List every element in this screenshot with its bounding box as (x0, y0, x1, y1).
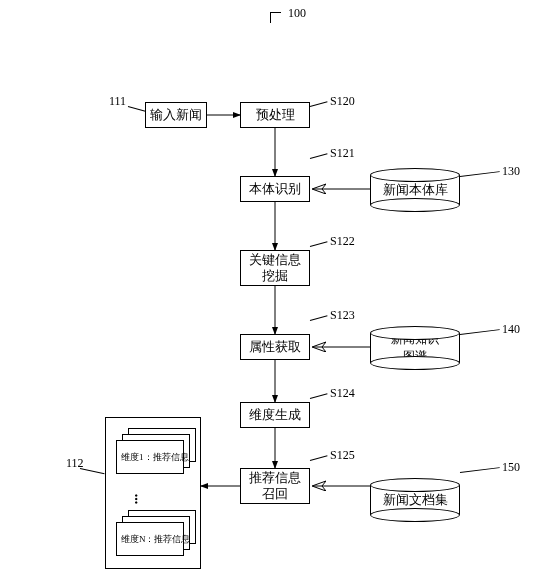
ref-label-100: 100 (288, 6, 306, 21)
ref-label-150: 150 (502, 460, 520, 475)
ref-label-140: 140 (502, 322, 520, 337)
box-attr-get: 属性获取 (240, 334, 310, 360)
ref-label-111: 111 (109, 94, 126, 109)
box-entity-rec: 本体识别 (240, 176, 310, 202)
ref-label-130: 130 (502, 164, 520, 179)
leader-s122 (310, 241, 328, 247)
leader-111 (128, 106, 146, 112)
ref-label-S122: S122 (330, 234, 355, 249)
leader-140 (460, 329, 500, 335)
output-dim1: 维度1：推荐信息 (116, 440, 184, 474)
corner-bracket (270, 12, 281, 23)
ref-label-S124: S124 (330, 386, 355, 401)
output-ellipsis: ... (131, 494, 147, 505)
output-dimN: 维度N：推荐信息 (116, 522, 184, 556)
box-rec-recall: 推荐信息 召回 (240, 468, 310, 504)
cylinder-130: 新闻本体库 (370, 168, 460, 212)
leader-s120 (310, 101, 328, 107)
cylinder-150: 新闻文档集 (370, 478, 460, 522)
flowchart-canvas: 100 111 输入新闻 预处理 S120 本体识别 S121 新闻本体库 13… (0, 0, 539, 575)
leader-130 (460, 171, 500, 177)
ref-label-S121: S121 (330, 146, 355, 161)
leader-150 (460, 467, 500, 473)
ref-label-S123: S123 (330, 308, 355, 323)
ref-label-S120: S120 (330, 94, 355, 109)
box-dim-gen: 维度生成 (240, 402, 310, 428)
cylinder-130-label: 新闻本体库 (383, 181, 448, 199)
cylinder-150-label: 新闻文档集 (383, 491, 448, 509)
box-input-news: 输入新闻 (145, 102, 207, 128)
box-preprocess: 预处理 (240, 102, 310, 128)
cylinder-140: 新闻知识 图谱 (370, 326, 460, 370)
box-key-info: 关键信息 挖掘 (240, 250, 310, 286)
leader-s125 (310, 455, 328, 461)
ref-label-S125: S125 (330, 448, 355, 463)
leader-s121 (310, 153, 328, 159)
leader-s123 (310, 315, 328, 321)
leader-112 (80, 468, 105, 474)
leader-s124 (310, 393, 328, 399)
ref-label-112: 112 (66, 456, 84, 471)
output-panel: 维度1：推荐信息 ... 维度N：推荐信息 (105, 417, 201, 569)
